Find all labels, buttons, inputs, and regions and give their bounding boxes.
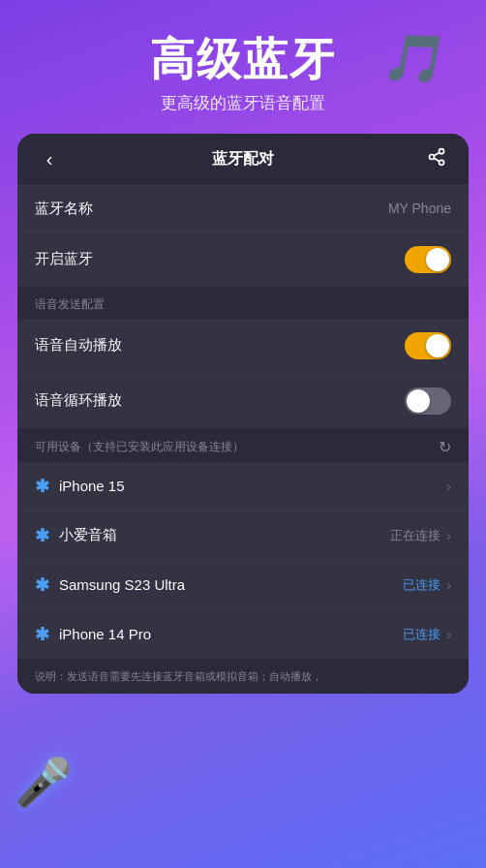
share-button[interactable]	[422, 147, 451, 171]
card-header: ‹ 蓝牙配对	[17, 134, 469, 186]
device-row[interactable]: ✱ Samsung S23 Ultra 已连接 ›	[17, 561, 469, 610]
connecting-status: 正在连接	[390, 527, 440, 544]
auto-play-row: 语音自动播放	[17, 319, 469, 374]
device-right: 正在连接 ›	[390, 527, 451, 544]
loop-play-row: 语音循环播放	[17, 374, 469, 428]
chevron-right-icon: ›	[446, 528, 451, 543]
devices-section-label: 可用设备（支持已安装此应用设备连接）	[35, 439, 244, 455]
settings-group-1: 蓝牙名称 MY Phone 开启蓝牙	[17, 186, 469, 287]
device-name: Samsung S23 Ultra	[59, 576, 185, 593]
device-left: ✱ iPhone 15	[35, 476, 125, 497]
back-button[interactable]: ‹	[35, 148, 64, 170]
refresh-button[interactable]: ↻	[439, 438, 451, 456]
device-left: ✱ Samsung S23 Ultra	[35, 574, 185, 596]
card-title: 蓝牙配对	[212, 149, 274, 170]
chevron-right-icon: ›	[446, 627, 451, 642]
device-name: iPhone 15	[59, 478, 125, 494]
bluetooth-name-value: MY Phone	[388, 201, 451, 216]
loop-play-label: 语音循环播放	[35, 391, 122, 410]
device-row[interactable]: ✱ iPhone 15 ›	[17, 462, 469, 512]
bluetooth-icon: ✱	[35, 624, 49, 645]
device-left: ✱ iPhone 14 Pro	[35, 624, 151, 645]
svg-line-3	[434, 158, 440, 161]
chevron-right-icon: ›	[446, 479, 451, 494]
bluetooth-icon: ✱	[35, 476, 49, 497]
header-section: 高级蓝牙 更高级的蓝牙语音配置 🎵	[0, 0, 486, 134]
mic-icon: 🎤	[15, 756, 73, 810]
enable-bluetooth-label: 开启蓝牙	[35, 250, 93, 268]
device-row[interactable]: ✱ iPhone 14 Pro 已连接 ›	[17, 610, 469, 659]
bluetooth-icon: ✱	[35, 574, 49, 596]
device-name: iPhone 14 Pro	[59, 626, 151, 642]
bluetooth-name-row: 蓝牙名称 MY Phone	[17, 186, 469, 232]
device-name: 小爱音箱	[59, 526, 117, 544]
sub-title: 更高级的蓝牙语音配置	[19, 92, 467, 114]
auto-play-toggle[interactable]	[405, 332, 451, 359]
bluetooth-icon: ✱	[35, 525, 49, 546]
background: 高级蓝牙 更高级的蓝牙语音配置 🎵 ‹ 蓝牙配对 蓝牙名称 MY	[0, 0, 486, 694]
connected-status: 已连接	[403, 576, 440, 594]
chevron-right-icon: ›	[446, 577, 451, 593]
device-list: ✱ iPhone 15 › ✱ 小爱音箱 正在连接 ›	[17, 462, 469, 659]
devices-header: 可用设备（支持已安装此应用设备连接） ↻	[17, 428, 469, 462]
enable-bluetooth-toggle[interactable]	[405, 246, 451, 273]
music-note-icon: 🎵	[380, 24, 452, 93]
device-left: ✱ 小爱音箱	[35, 525, 117, 546]
footer-note: 说明：发送语音需要先连接蓝牙音箱或模拟音箱；自动播放，	[17, 659, 469, 695]
main-card: ‹ 蓝牙配对 蓝牙名称 MY Phone 开启蓝牙	[17, 134, 469, 695]
device-right: ›	[446, 479, 451, 494]
auto-play-label: 语音自动播放	[35, 336, 122, 355]
enable-bluetooth-row: 开启蓝牙	[17, 232, 469, 287]
connected-status: 已连接	[403, 626, 440, 643]
device-right: 已连接 ›	[403, 626, 451, 643]
svg-line-4	[434, 152, 440, 155]
bluetooth-name-label: 蓝牙名称	[35, 200, 93, 218]
device-row[interactable]: ✱ 小爱音箱 正在连接 ›	[17, 512, 469, 561]
device-right: 已连接 ›	[403, 576, 451, 594]
loop-play-toggle[interactable]	[405, 388, 451, 415]
settings-group-2: 语音自动播放 语音循环播放	[17, 319, 469, 428]
voice-section-label: 语音发送配置	[17, 287, 469, 319]
